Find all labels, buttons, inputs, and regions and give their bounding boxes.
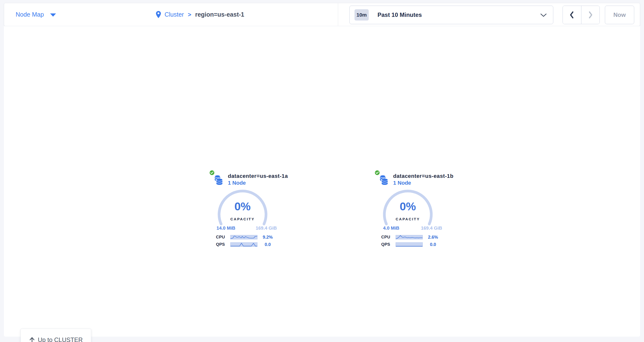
breadcrumb-cluster-link[interactable]: Cluster: [164, 11, 184, 18]
up-to-cluster-label: Up to CLUSTER: [38, 337, 83, 342]
metric-value: 0.0: [259, 242, 277, 247]
time-window-badge: 10m: [354, 9, 369, 20]
breadcrumb-current: region=us-east-1: [195, 11, 244, 18]
view-selector-label: Node Map: [16, 11, 44, 18]
metric-value: 0.0: [424, 242, 442, 247]
metric-label: QPS: [209, 242, 225, 247]
node-map-canvas: datacenter=us-east-1a 1 Node 0% CAPACITY…: [4, 26, 640, 337]
metric-sparkline: [230, 242, 258, 247]
locality-card[interactable]: datacenter=us-east-1a 1 Node 0% CAPACITY…: [209, 169, 282, 252]
topbar-divider: [338, 3, 338, 26]
metric-value: 2.6%: [424, 235, 442, 239]
metric-row: CPU 9.2%: [209, 235, 282, 239]
up-to-cluster-button[interactable]: Up to CLUSTER: [20, 329, 91, 342]
database-stack-icon: [213, 174, 224, 186]
metric-sparkline: [396, 235, 423, 239]
topbar: Node Map Cluster > region=us-east-1 10m …: [4, 3, 640, 26]
metric-value: 9.2%: [259, 235, 277, 239]
capacity-label: CAPACITY: [216, 217, 270, 221]
time-window-label: Past 10 Minutes: [378, 11, 422, 18]
time-nav-group: [562, 5, 600, 24]
time-next-button[interactable]: [582, 6, 600, 24]
locality-node-count: 1 Node: [228, 180, 246, 186]
view-selector-dropdown[interactable]: Node Map: [12, 3, 56, 26]
breadcrumb-separator: >: [188, 11, 191, 18]
chevron-right-icon: [588, 11, 593, 19]
locality-title: datacenter=us-east-1b: [393, 173, 454, 179]
arrow-up-icon: [29, 337, 35, 342]
location-pin-icon: [156, 11, 161, 18]
chevron-left-icon: [569, 11, 574, 19]
capacity-total: 169.4 GiB: [248, 226, 284, 231]
locality-title: datacenter=us-east-1a: [228, 173, 288, 179]
locality-cards: datacenter=us-east-1a 1 Node 0% CAPACITY…: [4, 26, 640, 337]
capacity-used: 4.0 MiB: [374, 226, 408, 231]
capacity-total: 169.4 GiB: [413, 226, 450, 231]
metric-sparkline: [396, 242, 423, 247]
caret-down-icon: [50, 13, 56, 16]
node-map-screen: { "colors": { "page_bg": "#f5f6fa", "pan…: [0, 0, 644, 342]
metric-label: QPS: [374, 242, 390, 247]
time-prev-button[interactable]: [563, 6, 582, 24]
database-stack-icon: [378, 174, 389, 186]
metric-row: QPS 0.0: [374, 242, 448, 247]
chevron-down-icon: [540, 13, 547, 17]
metric-row: QPS 0.0: [209, 242, 282, 247]
capacity-percent: 0%: [216, 200, 270, 213]
time-window-select[interactable]: 10m Past 10 Minutes: [350, 5, 553, 24]
metric-label: CPU: [209, 235, 225, 239]
capacity-used: 14.0 MiB: [209, 226, 243, 231]
locality-node-count: 1 Node: [393, 180, 411, 186]
metric-sparkline: [230, 235, 258, 239]
capacity-label: CAPACITY: [381, 217, 435, 221]
metric-label: CPU: [374, 235, 390, 239]
now-button[interactable]: Now: [605, 5, 634, 24]
breadcrumb: Cluster > region=us-east-1: [156, 3, 244, 26]
locality-card[interactable]: datacenter=us-east-1b 1 Node 0% CAPACITY…: [374, 169, 448, 252]
capacity-percent: 0%: [381, 200, 435, 213]
metric-row: CPU 2.6%: [374, 235, 448, 239]
